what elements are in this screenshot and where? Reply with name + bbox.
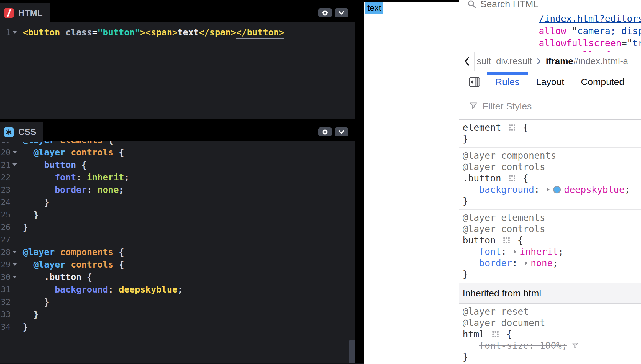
css-scrollbar-thumb[interactable]	[349, 340, 355, 364]
token: :	[87, 184, 98, 195]
token: ;	[625, 184, 630, 195]
token: allowfullscreen	[539, 38, 621, 48]
expand-arrow-icon[interactable]	[524, 260, 529, 266]
breadcrumb-child-rest: #index.html-a	[573, 56, 628, 66]
code-text: background: deepskyblue;	[19, 284, 183, 295]
rule-line[interactable]: }	[463, 133, 641, 145]
tree-line[interactable]: ="" allowf	[539, 49, 641, 52]
rule-line[interactable]: @layer controls	[463, 223, 641, 235]
code-line[interactable]: 26}	[0, 221, 355, 233]
rule-line[interactable]: .button {	[463, 173, 641, 184]
rule-line[interactable]: background: deepskyblue;	[463, 184, 641, 195]
token	[60, 27, 65, 38]
css-collapse-button[interactable]	[335, 127, 348, 136]
breadcrumb-child-tag: iframe	[546, 56, 573, 66]
rule-line[interactable]: @layer controls	[463, 161, 641, 173]
color-swatch[interactable]	[553, 185, 561, 194]
token: <button	[23, 27, 60, 38]
breadcrumb-back-button[interactable]	[459, 52, 474, 71]
code-line[interactable]: 27	[0, 233, 355, 246]
code-line[interactable]: 34}	[0, 321, 355, 333]
breadcrumb-item-child[interactable]: iframe#index.html-a	[546, 56, 628, 66]
sidebar-toggle-button[interactable]	[469, 77, 480, 87]
rule-line[interactable]: }	[463, 269, 641, 280]
expand-arrow-icon[interactable]	[546, 187, 550, 193]
token: font-size: 100%;	[479, 340, 567, 351]
token: tr	[632, 38, 641, 48]
rule-line[interactable]: font-size: 100%;	[463, 340, 641, 351]
fold-toggle[interactable]	[11, 276, 19, 278]
tree-line[interactable]: allow="camera; disp	[539, 25, 641, 37]
expand-arrow-icon[interactable]	[513, 249, 517, 255]
line-number: 33	[0, 310, 11, 319]
fold-toggle[interactable]	[11, 151, 19, 153]
token: element	[463, 122, 507, 133]
token: controls	[71, 259, 113, 270]
token: inherit	[87, 172, 124, 183]
highlighter-grid-icon[interactable]	[492, 330, 499, 338]
tree-line[interactable]: /index.html?editors	[539, 13, 641, 25]
line-number: 25	[0, 210, 11, 219]
code-line[interactable]: 22 font: inherit;	[0, 171, 355, 183]
rule-line[interactable]: border: none;	[463, 257, 641, 269]
filter-funnel-icon	[469, 101, 478, 111]
token	[65, 259, 71, 270]
code-line[interactable]: 23 border: none;	[0, 183, 355, 196]
code-line[interactable]: 33 }	[0, 308, 355, 321]
html-panel-tab[interactable]: HTML	[0, 3, 50, 23]
html-settings-button[interactable]	[318, 8, 332, 17]
devtools-search-row[interactable]: Search HTML	[459, 0, 641, 11]
html-tree[interactable]: /index.html?editorsallow="camera; dispal…	[459, 11, 641, 52]
code-line[interactable]: 21 button {	[0, 158, 355, 171]
code-line[interactable]: 25 }	[0, 208, 355, 221]
fold-toggle[interactable]	[11, 163, 19, 166]
rule-line[interactable]: @layer reset	[463, 306, 641, 317]
code-line[interactable]: 28@layer components {	[0, 246, 355, 258]
rule-line[interactable]: }	[463, 195, 641, 207]
rule-line[interactable]: font: inherit;	[463, 246, 641, 257]
rule-line[interactable]: button {	[463, 235, 641, 246]
fold-toggle[interactable]	[11, 31, 19, 34]
preview-text-button[interactable]: text	[365, 2, 383, 14]
token: {	[501, 329, 512, 340]
css-code-area[interactable]: 19@layer elements {20 @layer controls {2…	[0, 134, 355, 364]
tab-layout[interactable]: Layout	[528, 71, 573, 93]
line-number: 1	[0, 28, 11, 37]
filter-styles-row[interactable]: Filter Styles	[459, 93, 641, 120]
filter-placeholder: Filter Styles	[483, 101, 532, 112]
code-line[interactable]: 20 @layer controls {	[0, 146, 355, 158]
highlighter-grid-icon[interactable]	[503, 237, 510, 244]
tab-computed[interactable]: Computed	[573, 71, 633, 93]
code-line[interactable]: 32 }	[0, 296, 355, 308]
devtools-inspector: Search HTML /index.html?editorsallow="ca…	[459, 0, 641, 364]
highlighter-grid-icon[interactable]	[508, 175, 516, 182]
html-code-area[interactable]: 1<button class="button"><span>text</span…	[0, 22, 355, 119]
rule-line[interactable]: element {	[463, 122, 641, 133]
token: @layer components	[463, 150, 556, 161]
fold-toggle[interactable]	[11, 263, 19, 266]
overridden-filter-icon[interactable]	[571, 342, 580, 350]
token	[23, 297, 44, 307]
fold-triangle-icon	[12, 31, 17, 34]
html-collapse-button[interactable]	[335, 8, 348, 17]
tab-rules[interactable]: Rules	[487, 71, 528, 93]
token: @layer document	[463, 317, 545, 329]
tree-line[interactable]: allowfullscreen="tr	[539, 37, 641, 49]
rule-line[interactable]: html {	[463, 329, 641, 340]
rule-line[interactable]: }	[463, 351, 641, 363]
fold-toggle[interactable]	[11, 251, 19, 253]
chevron-down-icon	[338, 129, 345, 135]
rule-line[interactable]: @layer elements	[463, 212, 641, 223]
breadcrumb-item-parent[interactable]: sult_div.result	[475, 56, 532, 66]
highlighter-grid-icon[interactable]	[508, 124, 516, 131]
css-panel-tab[interactable]: CSS	[0, 122, 43, 142]
token	[23, 172, 55, 183]
rule-line[interactable]: @layer document	[463, 317, 641, 329]
code-line[interactable]: 24 }	[0, 196, 355, 208]
code-line[interactable]: 1<button class="button"><span>text</span…	[0, 26, 355, 39]
code-line[interactable]: 29 @layer controls {	[0, 258, 355, 271]
code-line[interactable]: 30 .button {	[0, 271, 355, 283]
css-settings-button[interactable]	[318, 127, 332, 136]
rule-line[interactable]: @layer components	[463, 150, 641, 161]
code-line[interactable]: 31 background: deepskyblue;	[0, 283, 355, 296]
